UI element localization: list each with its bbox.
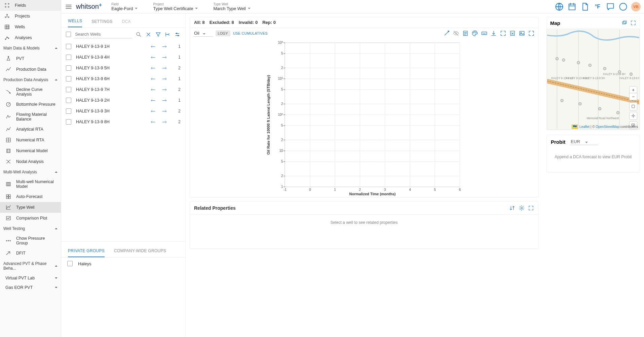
group-row[interactable]: Haleys: [61, 258, 185, 270]
gear-icon[interactable]: [519, 205, 525, 211]
well-prev-icon[interactable]: 🡐: [150, 65, 156, 71]
search-wells-input[interactable]: [74, 30, 132, 38]
sidebar-item-pvt[interactable]: PVT: [0, 53, 61, 64]
well-prev-icon[interactable]: 🡐: [150, 55, 156, 60]
map-zoom-out[interactable]: −: [630, 93, 637, 100]
well-prev-icon[interactable]: 🡐: [150, 108, 156, 114]
temperature-unit-toggle[interactable]: °F: [593, 2, 602, 11]
section-advanced-pvt[interactable]: Advanced PVT & Phase Beha...: [0, 259, 61, 273]
sidebar-item-virtual-pvt-lab[interactable]: Virtual PVT Lab: [0, 273, 61, 283]
export-image-icon[interactable]: [519, 30, 525, 37]
well-checkbox[interactable]: [66, 108, 71, 114]
well-checkbox[interactable]: [66, 76, 71, 81]
sidebar-item-type-well[interactable]: Type Well: [0, 202, 61, 213]
tab-company-groups[interactable]: COMPANY-WIDE GROUPS: [114, 245, 166, 257]
tab-private-groups[interactable]: PRIVATE GROUPS: [68, 245, 105, 257]
help-icon[interactable]: ?: [618, 2, 628, 11]
well-checkbox[interactable]: [66, 119, 71, 125]
sidebar-item-analytical-rta[interactable]: Analytical RTA: [0, 124, 61, 135]
map-fullscreen-icon[interactable]: [630, 20, 636, 26]
map-locate-icon[interactable]: [629, 112, 637, 120]
chart-body[interactable]: 12510251022510325104 -10123456 Normalize…: [190, 39, 538, 197]
user-avatar[interactable]: VB: [631, 2, 641, 11]
well-next-icon[interactable]: 🡒: [161, 87, 168, 92]
well-prev-icon[interactable]: 🡐: [150, 119, 156, 125]
search-icon[interactable]: [136, 31, 142, 38]
well-checkbox[interactable]: [66, 98, 71, 103]
sidebar-item-gas-eor-pvt[interactable]: Gas EOR PVT: [0, 283, 61, 292]
map-zoom-control[interactable]: + −: [629, 86, 637, 100]
project-selector[interactable]: Project Type Well Certificate: [147, 2, 204, 11]
well-checkbox[interactable]: [66, 87, 71, 92]
typewell-selector[interactable]: Type Well March Type Well: [207, 2, 256, 11]
sidebar-item-bottomhole-pressure[interactable]: Bottomhole Pressure: [0, 99, 61, 110]
well-row[interactable]: HALEY 9-13-9 3H🡐🡒2: [61, 106, 185, 116]
section-multi-well-analysis[interactable]: Multi-Well Analysis: [0, 167, 61, 177]
sidebar-item-numerical-rta[interactable]: Numerical RTA: [0, 135, 61, 145]
sidebar-item-multi-well-model[interactable]: Multi-well Numerical Model: [0, 177, 61, 191]
well-next-icon[interactable]: 🡒: [161, 44, 168, 49]
map-select-icon[interactable]: [629, 102, 637, 110]
sidebar-item-production-data[interactable]: Production Data: [0, 64, 61, 75]
sidebar-top-fields[interactable]: Fields: [0, 0, 61, 11]
collapse-icon[interactable]: [164, 31, 171, 38]
well-row[interactable]: HALEY 9-13-9 1H🡐🡒1: [61, 41, 185, 52]
group-checkbox[interactable]: [67, 261, 73, 266]
fullscreen-icon[interactable]: [528, 30, 535, 37]
well-prev-icon[interactable]: 🡐: [150, 44, 156, 49]
expand-icon[interactable]: [528, 205, 534, 211]
well-next-icon[interactable]: 🡒: [161, 98, 168, 103]
leaflet-link[interactable]: Leaflet: [579, 125, 590, 129]
visibility-off-icon[interactable]: [453, 30, 459, 37]
map-zoom-in[interactable]: +: [630, 87, 637, 93]
select-all-checkbox[interactable]: [66, 32, 71, 37]
well-prev-icon[interactable]: 🡐: [150, 98, 156, 103]
section-production-data-analysis[interactable]: Production Data Analysis: [0, 75, 61, 85]
well-prev-icon[interactable]: 🡐: [150, 87, 156, 92]
sort-icon[interactable]: [509, 205, 515, 211]
map-canvas[interactable]: HALEY 9-13-9 1H HALEY 9-13-9 3H HALEY 9-…: [547, 29, 640, 130]
well-row[interactable]: HALEY 9-13-9 2H🡐🡒1: [61, 95, 185, 106]
well-row[interactable]: HALEY 9-13-9 5H🡐🡒2: [61, 63, 185, 73]
clear-icon[interactable]: [145, 31, 152, 38]
well-row[interactable]: HALEY 9-13-9 8H🡐🡒2: [61, 116, 185, 127]
sidebar-item-flowing-material-balance[interactable]: Flowing Material Balance: [0, 110, 61, 124]
palette-icon[interactable]: [471, 30, 478, 37]
keyboard-icon[interactable]: [481, 30, 488, 37]
sidebar-top-analyses[interactable]: Analyses: [0, 32, 61, 43]
filter-icon[interactable]: [155, 31, 161, 38]
well-row[interactable]: HALEY 9-13-9 4H🡐🡒1: [61, 52, 185, 63]
well-next-icon[interactable]: 🡒: [161, 76, 168, 81]
osm-link[interactable]: OpenStreetMap: [596, 125, 619, 129]
well-next-icon[interactable]: 🡒: [161, 55, 168, 60]
sidebar-top-projects[interactable]: Projects: [0, 11, 61, 22]
well-checkbox[interactable]: [66, 55, 71, 60]
sidebar-item-decline-curve[interactable]: Decline Curve Analysis: [0, 85, 61, 99]
globe-icon[interactable]: [555, 2, 564, 11]
well-row[interactable]: HALEY 9-13-9 7H🡐🡒2: [61, 84, 185, 95]
well-checkbox[interactable]: [66, 44, 71, 49]
logy-toggle[interactable]: LOGY: [216, 30, 230, 36]
export-xls-icon[interactable]: [509, 30, 516, 37]
sidebar-item-numerical-model[interactable]: Numerical Model: [0, 145, 61, 156]
sidebar-item-auto-forecast[interactable]: Auto-Forecast: [0, 191, 61, 202]
well-next-icon[interactable]: 🡒: [161, 65, 168, 71]
sidebar-item-comparison-plot[interactable]: Comparison Plot: [0, 213, 61, 224]
section-main-data-models[interactable]: Main Data & Models: [0, 43, 61, 53]
notes-icon[interactable]: [462, 30, 469, 37]
document-icon[interactable]: [580, 2, 590, 11]
probit-metric-selector[interactable]: EUR: [570, 138, 598, 145]
section-well-testing[interactable]: Well Testing: [0, 224, 61, 234]
tab-settings[interactable]: SETTINGS: [91, 16, 112, 27]
feedback-icon[interactable]: [606, 2, 615, 11]
sidebar-item-chow-pressure[interactable]: Chow Pressure Group: [0, 234, 61, 248]
menu-toggle-icon[interactable]: [65, 3, 73, 11]
well-prev-icon[interactable]: 🡐: [150, 76, 156, 81]
phase-selector[interactable]: Oil: [193, 30, 213, 37]
line-tool-icon[interactable]: [443, 30, 450, 37]
sidebar-item-dfit[interactable]: DFIT: [0, 248, 61, 259]
zoom-reset-icon[interactable]: [500, 30, 506, 37]
settings-sliders-icon[interactable]: [174, 31, 181, 38]
map-layers-icon[interactable]: [621, 20, 628, 26]
well-next-icon[interactable]: 🡒: [161, 119, 168, 125]
